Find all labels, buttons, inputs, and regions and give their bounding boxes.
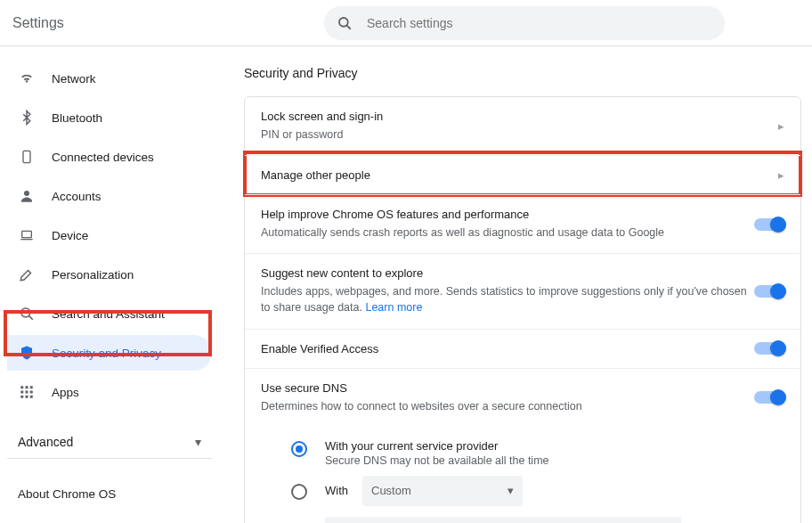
row-title: Manage other people (261, 168, 778, 182)
svg-line-1 (347, 25, 351, 29)
svg-line-6 (29, 316, 33, 320)
select-dns-provider[interactable]: Custom ▾ (362, 476, 523, 506)
sidebar-item-connected-devices[interactable]: Connected devices (7, 139, 212, 175)
toggle-verified-access[interactable] (754, 342, 784, 355)
svg-rect-15 (30, 396, 33, 398)
person-icon (18, 188, 36, 204)
svg-rect-14 (26, 396, 28, 398)
chevron-right-icon: ▸ (778, 168, 784, 182)
sidebar-item-label: Personalization (52, 268, 134, 282)
input-custom-dns[interactable] (325, 517, 681, 523)
search-icon (18, 306, 36, 322)
row-subtitle: Automatically sends crash reports as wel… (261, 225, 754, 241)
search-box[interactable] (324, 6, 725, 40)
chevron-down-icon: ▾ (508, 484, 514, 497)
svg-point-5 (21, 308, 30, 317)
row-subtitle: PIN or password (261, 127, 778, 143)
row-lock-screen[interactable]: Lock screen and sign-in PIN or password … (245, 97, 800, 156)
radio-sublabel: Secure DNS may not be available all the … (325, 454, 549, 467)
toggle-secure-dns[interactable] (754, 391, 784, 404)
sidebar-advanced-label: Advanced (18, 435, 73, 449)
sidebar-item-search-assistant[interactable]: Search and Assistant (7, 296, 212, 331)
row-title: Use secure DNS (261, 381, 754, 395)
svg-rect-13 (20, 396, 23, 398)
row-subtitle: Includes apps, webpages, and more. Sends… (261, 283, 754, 315)
svg-rect-9 (30, 386, 33, 388)
sidebar-item-bluetooth[interactable]: Bluetooth (7, 100, 212, 135)
row-title: Help improve Chrome OS features and perf… (261, 208, 754, 221)
search-icon (337, 15, 353, 31)
section-heading: Security and Privacy (244, 66, 801, 80)
radio-dns-current-provider[interactable] (291, 441, 307, 457)
shield-icon (18, 345, 36, 361)
svg-point-0 (339, 18, 348, 27)
radio-label: With (325, 484, 348, 497)
sidebar-item-label: Security and Privacy (52, 347, 161, 360)
apps-icon (18, 384, 36, 400)
svg-point-3 (24, 191, 29, 196)
radio-label: With your current service provider (325, 439, 549, 453)
svg-rect-12 (30, 391, 33, 394)
row-title: Lock screen and sign-in (261, 110, 778, 123)
bluetooth-icon (18, 110, 36, 126)
wifi-icon (18, 69, 36, 87)
sidebar-item-label: Connected devices (52, 151, 154, 164)
svg-rect-10 (20, 391, 23, 394)
row-verified-access: Enable Verified Access (245, 330, 800, 369)
select-value: Custom (371, 484, 411, 497)
sidebar-item-label: Search and Assistant (52, 307, 165, 321)
chevron-right-icon: ▸ (778, 119, 784, 133)
chevron-down-icon: ▾ (195, 435, 201, 449)
sidebar-item-label: Network (52, 72, 96, 86)
sidebar-advanced[interactable]: Advanced ▾ (7, 426, 212, 459)
row-title: Enable Verified Access (261, 342, 754, 355)
row-secure-dns: Use secure DNS Determines how to connect… (245, 369, 800, 427)
svg-rect-8 (26, 386, 28, 388)
brush-icon (18, 266, 36, 282)
sidebar-item-label: Apps (52, 386, 79, 399)
sidebar-item-accounts[interactable]: Accounts (7, 178, 212, 214)
row-crash-reports: Help improve Chrome OS features and perf… (245, 195, 800, 254)
sidebar-item-apps[interactable]: Apps (7, 374, 212, 410)
svg-rect-11 (26, 391, 28, 394)
svg-rect-4 (22, 231, 32, 237)
row-subtitle: Determines how to connect to websites ov… (261, 398, 754, 414)
sidebar-item-network[interactable]: Network (7, 61, 212, 96)
toggle-suggest-content[interactable] (754, 285, 784, 298)
sidebar-item-device[interactable]: Device (7, 217, 212, 253)
svg-rect-7 (20, 386, 23, 388)
sidebar-item-label: Accounts (52, 190, 102, 203)
row-manage-people[interactable]: Manage other people ▸ (245, 156, 800, 195)
sidebar-item-personalization[interactable]: Personalization (7, 257, 212, 292)
page-title: Settings (12, 15, 324, 31)
sidebar-about[interactable]: About Chrome OS (7, 480, 212, 508)
radio-dns-custom[interactable] (291, 484, 307, 500)
row-title: Suggest new content to explore (261, 266, 754, 280)
sidebar-item-label: Bluetooth (52, 111, 102, 125)
laptop-icon (18, 228, 36, 242)
row-suggest-content: Suggest new content to explore Includes … (245, 254, 800, 329)
phone-icon (18, 149, 36, 165)
learn-more-link[interactable]: Learn more (365, 301, 422, 314)
sidebar-item-label: Device (52, 229, 88, 242)
svg-rect-2 (23, 151, 30, 162)
search-input[interactable] (365, 15, 712, 31)
sidebar-item-security[interactable]: Security and Privacy (7, 335, 212, 371)
toggle-crash-reports[interactable] (754, 218, 784, 231)
